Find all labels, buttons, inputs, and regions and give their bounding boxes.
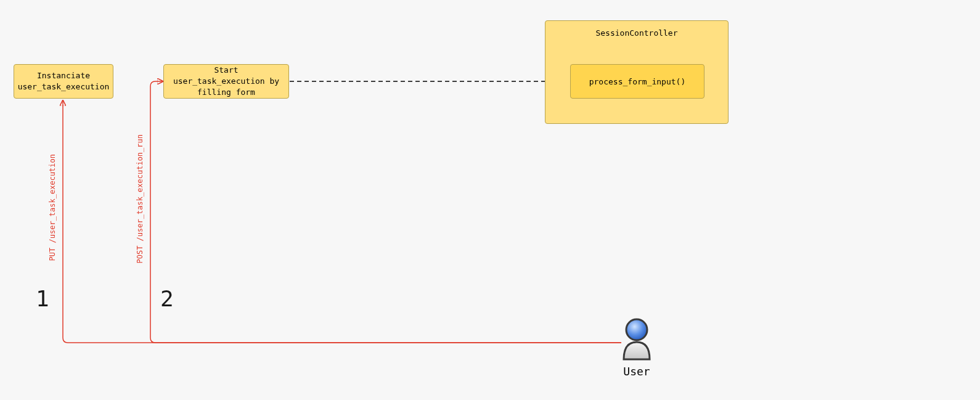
diagram-stage: { "nodes": { "instanciate": {"line1":"In… bbox=[0, 0, 980, 400]
node-start-line2: filling form bbox=[197, 88, 255, 97]
user-icon bbox=[620, 316, 653, 361]
svg-point-0 bbox=[626, 319, 647, 340]
process-form-input-label: process_form_input() bbox=[589, 77, 686, 86]
step-number-1: 1 bbox=[36, 286, 49, 311]
arrows-layer bbox=[0, 0, 980, 400]
step-number-2: 2 bbox=[160, 286, 174, 311]
node-start: Start user_task_execution by filling for… bbox=[163, 64, 289, 99]
edge2-label: POST /user_task_execution_run bbox=[136, 134, 144, 264]
session-controller-title: SessionController bbox=[545, 28, 728, 38]
user-label: User bbox=[623, 365, 651, 378]
node-instanciate-line1: Instanciate bbox=[37, 71, 90, 80]
node-start-line1: Start user_task_execution by bbox=[173, 65, 279, 86]
node-instanciate-line2: user_task_execution bbox=[18, 82, 110, 91]
edge-user-to-instanciate bbox=[63, 100, 621, 343]
node-process-form-input: process_form_input() bbox=[570, 64, 704, 99]
node-instanciate: Instanciate user_task_execution bbox=[14, 64, 113, 99]
node-session-controller: SessionController process_form_input() bbox=[545, 20, 729, 124]
edge1-label: PUT /user_task_execution bbox=[48, 154, 57, 261]
